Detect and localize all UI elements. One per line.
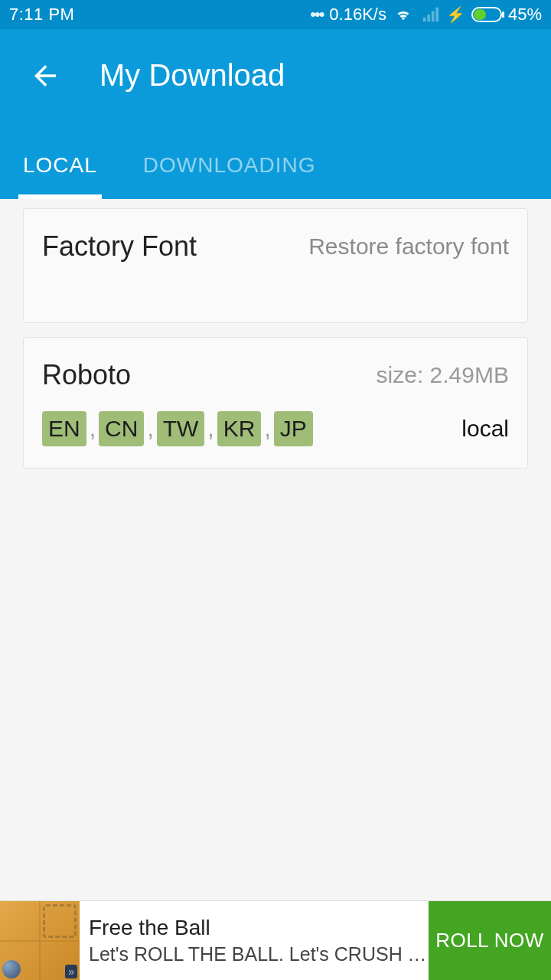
language-chips: EN , CN , TW , KR , JP (42, 411, 313, 446)
back-arrow-icon[interactable] (29, 60, 61, 92)
comma: , (147, 416, 153, 442)
roboto-font-card[interactable]: Roboto size: 2.49MB EN , CN , TW , KR , … (23, 337, 528, 469)
signal-icon (420, 6, 440, 23)
tabs: LOCAL DOWNLOADING (0, 136, 321, 199)
battery-indicator: 45% (471, 5, 542, 24)
toolbar: My Download (0, 29, 551, 93)
lang-chip-en: EN (42, 411, 86, 446)
lang-chip-jp: JP (274, 411, 313, 446)
tab-local[interactable]: LOCAL (18, 136, 102, 199)
status-bar: 7:11 PM ••• 0.16K/s ⚡ 45% (0, 0, 551, 29)
charging-icon: ⚡ (446, 5, 465, 24)
wifi-icon (393, 6, 414, 23)
roboto-size: size: 2.49MB (377, 362, 509, 388)
ad-title: Free the Ball (89, 916, 429, 940)
ad-text: Free the Ball Let's ROLL THE BALL. Let's… (80, 916, 429, 965)
lang-chip-tw: TW (157, 411, 205, 446)
tab-downloading[interactable]: DOWNLOADING (139, 136, 321, 199)
battery-percent: 45% (508, 5, 542, 24)
comma: , (264, 416, 270, 442)
status-time: 7:11 PM (9, 5, 74, 24)
lang-chip-kr: KR (217, 411, 262, 446)
factory-font-card[interactable]: Factory Font Restore factory font (23, 208, 528, 323)
battery-icon (471, 7, 505, 22)
factory-font-title: Factory Font (42, 230, 197, 263)
ad-game-icon: » (0, 901, 80, 981)
roboto-status: local (461, 416, 509, 442)
comma: , (90, 416, 96, 442)
ad-banner[interactable]: » Free the Ball Let's ROLL THE BALL. Let… (0, 900, 551, 980)
restore-factory-font[interactable]: Restore factory font (308, 234, 509, 260)
svg-rect-1 (474, 9, 486, 20)
roboto-title: Roboto (42, 359, 131, 391)
lang-chip-cn: CN (99, 411, 144, 446)
content: Factory Font Restore factory font Roboto… (0, 199, 551, 469)
ad-roll-now-button[interactable]: ROLL NOW (429, 901, 551, 981)
network-speed: 0.16K/s (329, 5, 386, 24)
svg-rect-2 (502, 11, 504, 18)
comma: , (207, 416, 214, 442)
ad-subtitle: Let's ROLL THE BALL. Let's CRUSH T… (89, 943, 429, 965)
app-header: My Download LOCAL DOWNLOADING (0, 29, 551, 199)
page-title: My Download (99, 58, 285, 93)
status-right: ••• 0.16K/s ⚡ 45% (310, 5, 542, 24)
more-dots-icon: ••• (310, 5, 323, 24)
